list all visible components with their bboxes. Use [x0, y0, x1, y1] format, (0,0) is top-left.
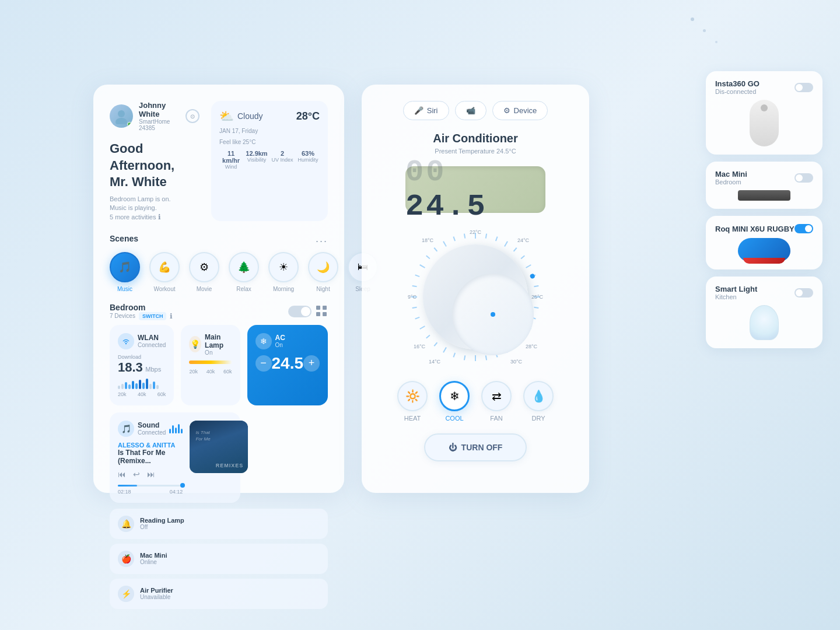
- reading-lamp-status: Off: [140, 524, 320, 530]
- svg-line-30: [443, 348, 446, 353]
- scale-30: 30°C: [510, 359, 522, 365]
- reading-lamp-name: Reading Lamp: [140, 517, 320, 524]
- heat-mode-btn[interactable]: 🔆 HEAT: [397, 381, 428, 422]
- weather-details: 11 km/hr Wind 12.9km Visibility 2 UV Ind…: [219, 150, 320, 170]
- scenes-more[interactable]: ...: [316, 233, 328, 245]
- ac-icon: ❄: [256, 333, 272, 349]
- knob-body[interactable]: [423, 244, 528, 349]
- siri-btn[interactable]: 🎤 Siri: [403, 101, 449, 120]
- smart-light-toggle[interactable]: [794, 288, 813, 298]
- ac-temp-value: 24.5: [272, 354, 304, 373]
- rugby-image: [715, 238, 813, 261]
- svg-point-2: [125, 343, 127, 344]
- insta360-device-img: [750, 100, 779, 146]
- heat-icon: 🔆: [397, 381, 428, 411]
- turn-off-btn[interactable]: ⏻ TURN OFF: [424, 433, 527, 461]
- bedroom-header: Bedroom 7 Devices SWITCH ℹ: [110, 303, 328, 320]
- bedroom-title: Bedroom: [110, 303, 173, 312]
- scene-morning[interactable]: ☀ Morning: [268, 252, 299, 292]
- clock-icon[interactable]: ⊙: [186, 109, 200, 123]
- wifi-icon: [118, 333, 134, 349]
- air-purifier-name: Air Purifier: [140, 587, 320, 594]
- scale-16: 16°C: [414, 344, 425, 349]
- user-header: Johnny White SmartHome 24385 ⊙: [110, 101, 200, 131]
- ac-panel: 🎤 Siri 📹 ⚙ Device Air Conditioner Presen…: [362, 85, 589, 493]
- progress-bar[interactable]: 02:18 04:12: [118, 485, 183, 495]
- lamp-widget: 💡 Main Lamp On 20k40k60k: [181, 325, 240, 405]
- scene-night[interactable]: 🌙 Night: [308, 252, 338, 292]
- repeat-btn[interactable]: ↩: [133, 470, 140, 479]
- insta360-toggle[interactable]: [794, 83, 813, 92]
- svg-line-17: [534, 286, 538, 286]
- scenes-list: 🎵 Music 💪 Workout ⚙ Movie 🌲 Relax ☀ Morn…: [110, 252, 328, 292]
- scene-movie-icon: ⚙: [189, 252, 219, 282]
- right-mac-mini-name: Mac Mini: [715, 170, 747, 178]
- cool-mode-btn[interactable]: ❄ COOL: [439, 381, 470, 422]
- rugby-toggle[interactable]: [794, 224, 813, 233]
- rugby-device-img: [738, 238, 790, 261]
- heat-label: HEAT: [404, 415, 421, 422]
- scene-music[interactable]: 🎵 Music: [110, 252, 140, 292]
- scene-movie-label: Movie: [197, 286, 212, 292]
- svg-line-5: [434, 248, 437, 251]
- turn-off-label: TURN OFF: [461, 443, 503, 452]
- scale-25: 25°C: [531, 294, 543, 300]
- cool-icon: ❄: [439, 381, 470, 411]
- ac-decrease-btn[interactable]: −: [256, 355, 272, 372]
- bedroom-toggle[interactable]: [288, 306, 312, 317]
- ac-name: AC: [275, 334, 285, 342]
- scene-workout[interactable]: 💪 Workout: [149, 252, 180, 292]
- speed-bars: [118, 377, 166, 389]
- weather-uv: 2 UV Index: [271, 150, 294, 170]
- next-btn[interactable]: ⏭: [147, 470, 155, 479]
- mac-mini-toggle[interactable]: [794, 173, 813, 183]
- camera-btn[interactable]: 📹: [455, 101, 487, 120]
- svg-line-29: [453, 353, 455, 358]
- scene-morning-label: Morning: [273, 286, 294, 292]
- knob-container[interactable]: 22°C 24°C 25°C 28°C 30°C 14°C 16°C 9°C 1…: [405, 227, 545, 367]
- bedroom-meta: 7 Devices SWITCH ℹ: [110, 312, 173, 320]
- wlan-unit: Mbps: [145, 366, 161, 373]
- avatar: [110, 104, 133, 128]
- main-panel: Johnny White SmartHome 24385 ⊙ Good Afte…: [93, 85, 344, 493]
- mac-mini-card: Mac Mini Bedroom: [706, 162, 822, 209]
- scale-28: 28°C: [526, 344, 537, 349]
- time-current: 02:18: [118, 489, 131, 495]
- bedroom-widgets: WLAN Connected Download 18.3 Mbps: [110, 325, 328, 503]
- lamp-slider[interactable]: [189, 360, 232, 364]
- device-btn[interactable]: ⚙ Device: [492, 101, 548, 120]
- svg-point-0: [118, 110, 125, 117]
- camera-icon: 📹: [466, 106, 475, 115]
- scenes-header: Scenes ...: [110, 233, 328, 245]
- dry-label: DRY: [531, 415, 545, 422]
- scale-18: 18°C: [422, 237, 433, 243]
- svg-line-38: [415, 275, 420, 276]
- air-purifier-status: Unavailable: [140, 594, 320, 600]
- temp-value: 24.5: [405, 190, 488, 224]
- ac-subtitle: Present Temperature 24.5°C: [435, 148, 516, 155]
- fan-mode-btn[interactable]: ⇄ FAN: [481, 381, 512, 422]
- smart-light-image: [715, 305, 813, 340]
- cool-label: COOL: [445, 415, 463, 422]
- scene-movie[interactable]: ⚙ Movie: [189, 252, 219, 292]
- svg-line-13: [514, 248, 517, 251]
- svg-line-10: [486, 234, 487, 239]
- mac-mini-status: Online: [140, 559, 320, 565]
- ac-increase-btn[interactable]: +: [303, 355, 320, 372]
- switch-badge[interactable]: SWITCH: [139, 312, 167, 320]
- more-activities[interactable]: 5 more activities ℹ: [110, 213, 200, 221]
- mac-mini-name: Mac Mini: [140, 552, 320, 559]
- prev-btn[interactable]: ⏮: [118, 470, 126, 479]
- insta360-card: Insta360 GO Dis-connected: [706, 71, 822, 155]
- svg-line-6: [443, 242, 446, 247]
- download-label: Download: [118, 354, 161, 360]
- sound-name: Sound: [138, 421, 166, 429]
- dry-mode-btn[interactable]: 💧 DRY: [523, 381, 554, 422]
- weather-visibility: 12.9km Visibility: [245, 150, 268, 170]
- weather-date: JAN 17, Friday: [219, 128, 320, 134]
- scene-relax[interactable]: 🌲 Relax: [229, 252, 259, 292]
- weather-label: Cloudy: [237, 111, 263, 121]
- greeting-text: Good Afternoon, Mr. White: [110, 141, 200, 191]
- right-mac-mini-room: Bedroom: [715, 178, 747, 186]
- weather-icon: ⛅: [219, 109, 234, 123]
